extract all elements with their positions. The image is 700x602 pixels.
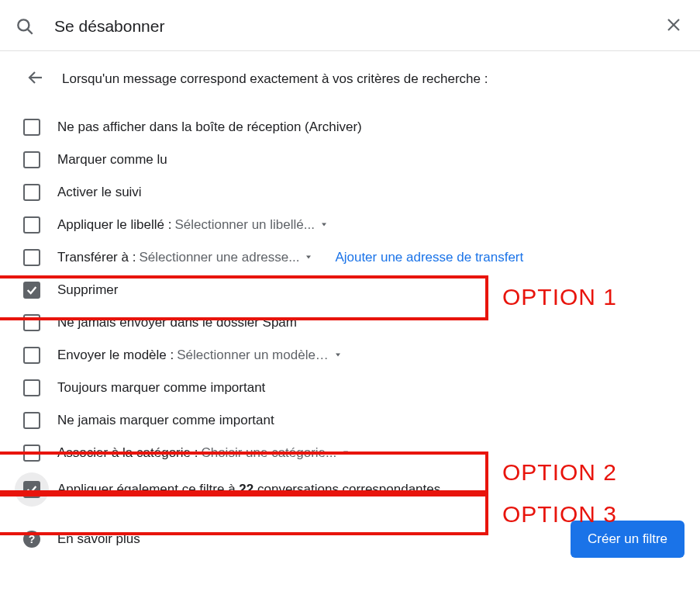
annotation-label-2: OPTION 2 (502, 459, 617, 486)
checkbox-halo (15, 472, 49, 507)
intro-text: Lorsqu'un message correspond exactement … (62, 71, 488, 87)
filter-actions-panel: Lorsqu'un message correspond exactement … (0, 51, 700, 581)
arrow-left-icon (26, 68, 45, 89)
checkbox-apply-existing[interactable] (23, 481, 40, 498)
option-always-important: Toujours marquer comme important (23, 372, 684, 404)
label-never-important: Ne jamais marquer comme important (57, 413, 274, 428)
option-star: Activer le suivi (23, 176, 684, 209)
caret-down-icon (341, 445, 350, 461)
checkbox-always-important[interactable] (23, 379, 40, 396)
label-star: Activer le suivi (57, 185, 142, 200)
svg-point-0 (18, 19, 29, 30)
close-button[interactable] (661, 12, 686, 40)
annotation-label-3: OPTION 3 (502, 501, 617, 528)
svg-marker-5 (322, 223, 326, 227)
caret-down-icon (333, 348, 343, 363)
option-send-template: Envoyer le modèle : Sélectionner un modè… (23, 339, 684, 372)
select-apply-label[interactable]: Sélectionner un libellé... (174, 217, 329, 233)
option-archive: Ne pas afficher dans la boîte de récepti… (23, 111, 684, 144)
label-mark-read: Marquer comme lu (57, 152, 167, 168)
checkbox-apply-label[interactable] (23, 216, 40, 234)
label-always-important: Toujours marquer comme important (57, 380, 265, 396)
checkbox-archive[interactable] (23, 119, 40, 136)
label-forward: Transférer à : (57, 250, 136, 265)
checkbox-send-template[interactable] (23, 347, 40, 364)
label-apply-label: Appliquer le libellé : (57, 217, 171, 233)
annotation-label-1: OPTION 1 (502, 284, 617, 310)
select-categorize[interactable]: Choisir une catégorie... (201, 445, 350, 461)
checkbox-categorize[interactable] (23, 445, 40, 462)
option-never-important: Ne jamais marquer comme important (23, 404, 684, 437)
search-input[interactable] (53, 16, 661, 36)
checkbox-mark-read[interactable] (23, 151, 40, 168)
label-never-spam: Ne jamais envoyer dans le dossier Spam (57, 315, 297, 330)
label-archive: Ne pas afficher dans la boîte de récepti… (57, 119, 362, 135)
select-send-template[interactable]: Sélectionner un modèle… (177, 348, 343, 363)
select-forward[interactable]: Sélectionner une adresse... (139, 250, 313, 265)
caret-down-icon (319, 217, 329, 233)
checkbox-star[interactable] (23, 184, 40, 201)
svg-marker-8 (343, 452, 348, 455)
help-icon[interactable]: ? (23, 531, 40, 548)
search-icon (14, 16, 36, 37)
checkbox-forward[interactable] (23, 249, 40, 266)
label-apply-existing: Appliquer également ce filtre à 22 conve… (57, 482, 444, 497)
svg-line-1 (28, 29, 33, 33)
search-bar (0, 0, 700, 51)
option-mark-read: Marquer comme lu (23, 144, 684, 176)
option-apply-label: Appliquer le libellé : Sélectionner un l… (23, 209, 684, 241)
back-button[interactable] (23, 65, 48, 92)
close-icon (664, 16, 683, 36)
caret-down-icon (304, 250, 313, 265)
learn-more-link[interactable]: En savoir plus (57, 531, 140, 547)
checkbox-never-spam[interactable] (23, 314, 40, 331)
label-delete: Supprimer (57, 282, 118, 298)
label-send-template: Envoyer le modèle : (57, 348, 174, 363)
option-never-spam: Ne jamais envoyer dans le dossier Spam (23, 306, 684, 339)
checkbox-never-important[interactable] (23, 412, 40, 429)
checkbox-delete[interactable] (23, 282, 40, 299)
label-categorize: Associer à la catégorie : (57, 445, 198, 461)
svg-marker-6 (306, 256, 311, 259)
option-forward: Transférer à : Sélectionner une adresse.… (23, 241, 684, 274)
link-add-forward-address[interactable]: Ajouter une adresse de transfert (335, 250, 523, 265)
svg-marker-7 (336, 354, 340, 357)
